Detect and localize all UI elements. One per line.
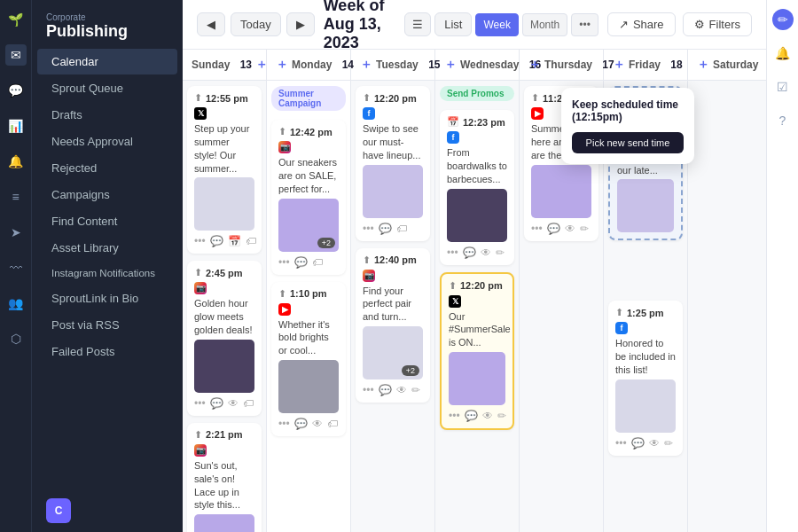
add-sunday-button[interactable]: ＋ [255, 57, 268, 73]
sidebar-item-post-rss[interactable]: Post via RSS [37, 312, 177, 338]
org-icon[interactable]: ⬡ [5, 328, 27, 349]
sidebar-item-failed-posts[interactable]: Failed Posts [37, 339, 177, 364]
help-icon[interactable]: ? [772, 110, 794, 131]
comment-icon[interactable]: 💬 [379, 384, 392, 396]
add-thursday-button[interactable]: ＋ [528, 57, 541, 73]
post-card[interactable]: ⬆ 12:20 pm f Swipe to see our must-have … [356, 86, 430, 241]
sidebar-item-rejected[interactable]: Rejected [37, 155, 177, 181]
more-icon[interactable]: ••• [449, 410, 460, 422]
more-views-button[interactable]: ••• [571, 13, 598, 36]
share-button[interactable]: ↗ Share [607, 12, 676, 36]
comment-icon[interactable]: 💬 [294, 256, 308, 269]
eye-icon[interactable]: 👁 [396, 384, 407, 396]
tag-icon[interactable]: 🏷 [396, 223, 407, 235]
add-monday-button[interactable]: ＋ [276, 57, 288, 73]
edit-icon[interactable]: ✏ [411, 384, 420, 396]
more-icon[interactable]: ••• [447, 246, 458, 259]
comment-icon[interactable]: 💬 [294, 418, 308, 430]
comment-icon[interactable]: 💬 [463, 246, 476, 259]
notification-icon[interactable]: 🔔 [772, 43, 794, 64]
add-tuesday-button[interactable]: ＋ [360, 57, 372, 73]
more-icon[interactable]: ••• [363, 384, 374, 396]
post-card[interactable]: ⬆ 1:10 pm ▶ Whether it's bold brights or… [271, 282, 346, 437]
edit-icon[interactable]: ✏ [497, 410, 506, 422]
more-icon[interactable]: ••• [278, 256, 290, 269]
compose-icon[interactable]: ✏ [772, 9, 794, 30]
edit-icon[interactable]: ✏ [664, 437, 673, 450]
comment-icon[interactable]: 💬 [465, 410, 478, 422]
sprout-icon[interactable]: 🌱 [5, 9, 27, 30]
analytics-icon[interactable]: 〰 [5, 257, 27, 278]
publish-icon[interactable]: ✉ [5, 44, 27, 66]
week-view-option[interactable]: Week [475, 13, 518, 36]
sidebar-item-sprout-queue[interactable]: Sprout Queue [37, 75, 177, 101]
edit-icon[interactable]: ✏ [496, 246, 505, 259]
month-view-option[interactable]: Month [522, 13, 567, 36]
current-date: Week of Aug 13, 2023 [324, 0, 396, 52]
more-icon[interactable]: ••• [194, 397, 206, 410]
more-icon[interactable]: ••• [278, 418, 290, 430]
post-card[interactable]: 📅 12:23 pm f From boardwalks to barbecue… [440, 110, 514, 265]
more-icon[interactable]: ••• [615, 437, 627, 450]
more-icon[interactable]: ••• [194, 235, 206, 247]
tasks-icon[interactable]: ☑ [772, 76, 794, 98]
eye-icon[interactable]: 👁 [649, 437, 660, 450]
sidebar-item-instagram-notifications[interactable]: Instagram Notifications [37, 262, 177, 285]
comment-icon[interactable]: 💬 [547, 223, 560, 235]
comment-icon[interactable]: 💬 [210, 235, 223, 247]
post-card[interactable]: ⬆ 2:21 pm 📷 Sun's out, sale's on! Lace u… [187, 423, 262, 532]
sidebar-item-calendar[interactable]: Calendar [37, 49, 177, 74]
sidebar-item-campaigns[interactable]: Campaigns [37, 182, 177, 207]
eye-icon[interactable]: 👁 [482, 410, 493, 422]
sidebar-item-needs-approval[interactable]: Needs Approval [37, 129, 177, 154]
sidebar-item-drafts[interactable]: Drafts [37, 102, 177, 128]
calendar-icon[interactable]: 📅 [228, 235, 241, 247]
today-button[interactable]: Today [231, 12, 281, 36]
post-card[interactable]: ⬆ 12:42 pm 📷 Our sneakers are on SALE, p… [271, 120, 346, 275]
header-thursday: ＋ Thursday 17 [520, 50, 604, 80]
add-saturday-button[interactable]: ＋ [697, 57, 709, 73]
eye-icon[interactable]: 👁 [312, 418, 323, 430]
sidebar-item-find-content[interactable]: Find Content [37, 208, 177, 234]
add-friday-button[interactable]: ＋ [613, 57, 625, 73]
more-icon[interactable]: ••• [363, 223, 374, 235]
comment-icon[interactable]: 💬 [631, 437, 645, 450]
grid-view-button[interactable]: ☰ [404, 12, 431, 36]
comment-icon[interactable]: 💬 [379, 223, 392, 235]
comment-icon[interactable]: 💬 [210, 397, 223, 410]
post-card[interactable]: ⬆ 2:45 pm 📷 Golden hour glow meets golde… [187, 261, 262, 416]
tag-icon[interactable]: 🏷 [243, 397, 254, 410]
eye-icon[interactable]: 👁 [228, 397, 239, 410]
avatar[interactable]: C [46, 498, 71, 523]
post-footer: ••• 💬 👁 ✏ [531, 223, 591, 235]
engage-icon[interactable]: ≡ [5, 186, 27, 207]
reports-icon[interactable]: 📊 [5, 115, 27, 137]
inbox-icon[interactable]: 💬 [5, 80, 27, 101]
post-card-highlighted[interactable]: ⬆ 12:20 pm 𝕏 Our #SummerSale is ON... ••… [440, 272, 514, 431]
next-week-button[interactable]: ▶ [286, 12, 315, 36]
tag-icon[interactable]: 🏷 [312, 256, 323, 269]
people-icon[interactable]: 👥 [5, 293, 27, 314]
post-card[interactable]: ⬆ 1:25 pm f Honored to be included in th… [608, 301, 683, 456]
prev-week-button[interactable]: ◀ [197, 12, 225, 36]
eye-icon[interactable]: 👁 [565, 223, 575, 235]
sidebar: Corporate Publishing Calendar Sprout Que… [32, 0, 183, 532]
tag-icon[interactable]: 🏷 [246, 235, 256, 247]
more-icon[interactable]: ••• [531, 223, 543, 235]
tag-icon[interactable]: 🏷 [327, 418, 338, 430]
listen-icon[interactable]: 🔔 [5, 151, 27, 172]
sidebar-item-sproutlink[interactable]: SproutLink in Bio [37, 286, 177, 311]
pick-time-button[interactable]: Pick new send time [572, 132, 684, 153]
post-footer: ••• 💬 👁 ✏ [363, 384, 423, 396]
post-time: ⬆ 1:25 pm [615, 307, 676, 318]
filters-button[interactable]: ⚙ Filters [683, 12, 752, 36]
platform-icon-x: 𝕏 [194, 107, 207, 120]
post-card[interactable]: ⬆ 12:55 pm 𝕏 Step up your summer style! … [187, 86, 262, 254]
add-wednesday-button[interactable]: ＋ [444, 57, 457, 73]
sidebar-item-asset-library[interactable]: Asset Library [37, 235, 177, 261]
eye-icon[interactable]: 👁 [481, 246, 491, 259]
edit-icon[interactable]: ✏ [580, 223, 589, 235]
send-icon[interactable]: ➤ [5, 222, 27, 243]
post-card[interactable]: ⬆ 12:40 pm 📷 Find your perfect pair and … [356, 248, 430, 403]
list-view-option[interactable]: List [434, 12, 472, 36]
